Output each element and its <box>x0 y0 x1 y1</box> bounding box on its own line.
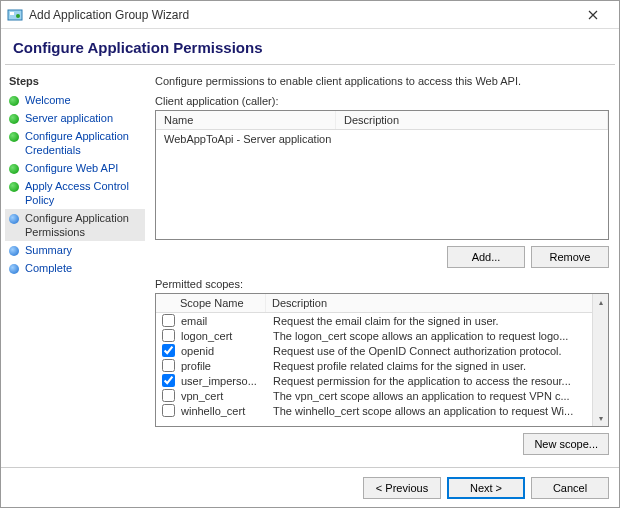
step-item-apply-access-control-policy[interactable]: Apply Access Control Policy <box>5 177 145 209</box>
scopes-header: Scope Name Description <box>156 294 592 313</box>
step-label: Server application <box>25 111 113 125</box>
steps-title: Steps <box>5 75 145 91</box>
scope-description: Request permission for the application t… <box>273 375 586 387</box>
steps-sidebar: Steps WelcomeServer applicationConfigure… <box>1 69 149 463</box>
scope-name: profile <box>181 360 273 372</box>
step-label: Summary <box>25 243 72 257</box>
step-label: Configure Application Credentials <box>25 129 143 157</box>
step-label: Complete <box>25 261 72 275</box>
scopes-list[interactable]: Scope Name Description emailRequest the … <box>155 293 609 427</box>
scope-checkbox[interactable] <box>162 374 175 387</box>
step-label: Welcome <box>25 93 71 107</box>
intro-text: Configure permissions to enable client a… <box>155 75 609 87</box>
step-bullet-icon <box>9 182 19 192</box>
step-bullet-icon <box>9 246 19 256</box>
step-label: Configure Web API <box>25 161 118 175</box>
previous-button[interactable]: < Previous <box>363 477 441 499</box>
scope-description: Request use of the OpenID Connect author… <box>273 345 586 357</box>
step-bullet-icon <box>9 164 19 174</box>
col-header-scope-name[interactable]: Scope Name <box>156 294 266 312</box>
step-item-complete[interactable]: Complete <box>5 259 145 277</box>
scope-description: The winhello_cert scope allows an applic… <box>273 405 586 417</box>
scope-name: email <box>181 315 273 327</box>
step-label: Configure Application Permissions <box>25 211 143 239</box>
step-item-welcome[interactable]: Welcome <box>5 91 145 109</box>
wizard-window: Add Application Group Wizard Configure A… <box>0 0 620 508</box>
scope-name: openid <box>181 345 273 357</box>
step-item-summary[interactable]: Summary <box>5 241 145 259</box>
client-app-name: WebAppToApi - Server application <box>164 133 336 145</box>
col-header-description[interactable]: Description <box>336 111 608 129</box>
scope-checkbox[interactable] <box>162 344 175 357</box>
step-item-configure-application-credentials[interactable]: Configure Application Credentials <box>5 127 145 159</box>
scope-row-email[interactable]: emailRequest the email claim for the sig… <box>156 313 592 328</box>
client-app-list[interactable]: Name Description WebAppToApi - Server ap… <box>155 110 609 240</box>
col-header-scope-description[interactable]: Description <box>266 294 592 312</box>
step-item-server-application[interactable]: Server application <box>5 109 145 127</box>
step-bullet-icon <box>9 132 19 142</box>
step-label: Apply Access Control Policy <box>25 179 143 207</box>
scope-row-user-imperso-[interactable]: user_imperso...Request permission for th… <box>156 373 592 388</box>
page-heading: Configure Application Permissions <box>1 29 619 64</box>
scopes-label: Permitted scopes: <box>155 278 609 290</box>
cancel-button[interactable]: Cancel <box>531 477 609 499</box>
client-app-row[interactable]: WebAppToApi - Server application <box>156 130 608 148</box>
window-title: Add Application Group Wizard <box>29 8 189 22</box>
new-scope-button[interactable]: New scope... <box>523 433 609 455</box>
client-app-list-header: Name Description <box>156 111 608 130</box>
scope-checkbox[interactable] <box>162 404 175 417</box>
step-item-configure-application-permissions[interactable]: Configure Application Permissions <box>5 209 145 241</box>
step-bullet-icon <box>9 214 19 224</box>
scope-name: winhello_cert <box>181 405 273 417</box>
client-app-label: Client application (caller): <box>155 95 609 107</box>
scroll-up-arrow[interactable]: ▴ <box>593 294 609 310</box>
app-icon <box>7 7 23 23</box>
scope-description: Request the email claim for the signed i… <box>273 315 586 327</box>
scope-name: user_imperso... <box>181 375 273 387</box>
step-bullet-icon <box>9 264 19 274</box>
step-bullet-icon <box>9 114 19 124</box>
scope-checkbox[interactable] <box>162 314 175 327</box>
scope-row-winhello-cert[interactable]: winhello_certThe winhello_cert scope all… <box>156 403 592 418</box>
scope-checkbox[interactable] <box>162 359 175 372</box>
col-header-name[interactable]: Name <box>156 111 336 129</box>
step-item-configure-web-api[interactable]: Configure Web API <box>5 159 145 177</box>
scope-row-openid[interactable]: openidRequest use of the OpenID Connect … <box>156 343 592 358</box>
close-button[interactable] <box>573 1 613 28</box>
scopes-scrollbar[interactable]: ▴ ▾ <box>592 294 608 426</box>
next-button[interactable]: Next > <box>447 477 525 499</box>
step-bullet-icon <box>9 96 19 106</box>
wizard-footer: < Previous Next > Cancel <box>1 467 619 507</box>
scope-description: Request profile related claims for the s… <box>273 360 586 372</box>
scope-description: The logon_cert scope allows an applicati… <box>273 330 586 342</box>
svg-point-2 <box>16 14 20 18</box>
titlebar: Add Application Group Wizard <box>1 1 619 29</box>
scope-name: logon_cert <box>181 330 273 342</box>
divider <box>5 64 615 65</box>
scope-row-vpn-cert[interactable]: vpn_certThe vpn_cert scope allows an app… <box>156 388 592 403</box>
scope-row-profile[interactable]: profileRequest profile related claims fo… <box>156 358 592 373</box>
main-panel: Configure permissions to enable client a… <box>149 69 619 463</box>
scope-description: The vpn_cert scope allows an application… <box>273 390 586 402</box>
scroll-down-arrow[interactable]: ▾ <box>593 410 609 426</box>
scope-checkbox[interactable] <box>162 389 175 402</box>
svg-rect-1 <box>10 12 14 15</box>
add-button[interactable]: Add... <box>447 246 525 268</box>
scope-checkbox[interactable] <box>162 329 175 342</box>
remove-button[interactable]: Remove <box>531 246 609 268</box>
scope-name: vpn_cert <box>181 390 273 402</box>
scope-row-logon-cert[interactable]: logon_certThe logon_cert scope allows an… <box>156 328 592 343</box>
